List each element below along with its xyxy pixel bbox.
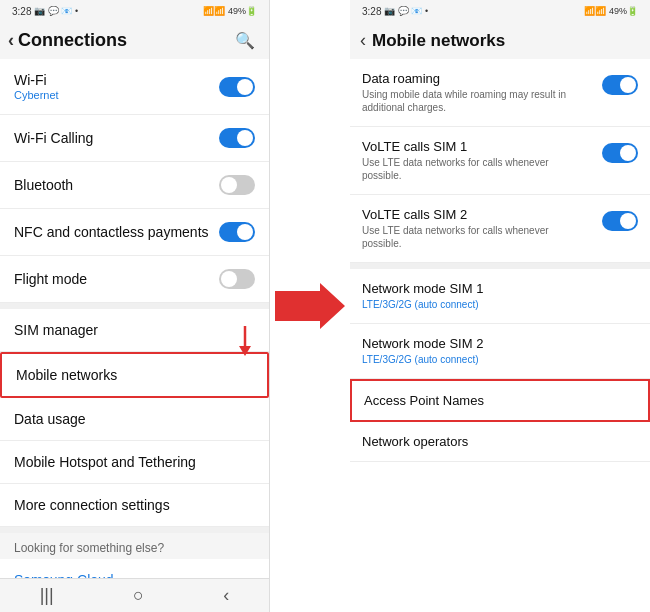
wifi-toggle[interactable] <box>219 77 255 97</box>
right-status-time: 3:28 📷 💬 📧 • <box>362 6 428 17</box>
right-menu-item-access-point-names[interactable]: Access Point Names <box>350 379 650 422</box>
right-back-icon[interactable]: ‹ <box>360 30 366 51</box>
network-mode-sim2-sublabel: LTE/3G/2G (auto connect) <box>362 353 582 366</box>
right-panel: 3:28 📷 💬 📧 • 📶📶 49%🔋 ‹ Mobile networks D… <box>350 0 650 612</box>
volte-sim1-toggle[interactable] <box>602 143 638 163</box>
access-point-names-label: Access Point Names <box>364 393 636 408</box>
right-menu-item-network-operators[interactable]: Network operators <box>350 422 650 462</box>
right-status-bar: 3:28 📷 💬 📧 • 📶📶 49%🔋 <box>350 0 650 22</box>
right-menu-item-network-mode-sim2[interactable]: Network mode SIM 2 LTE/3G/2G (auto conne… <box>350 324 650 379</box>
data-usage-label: Data usage <box>14 411 86 427</box>
menu-item-data-usage[interactable]: Data usage <box>0 398 269 441</box>
left-status-time: 3:28 📷 💬 📧 • <box>12 6 78 17</box>
left-notif-icons: 📷 💬 📧 • <box>34 6 78 16</box>
wifi-calling-label: Wi-Fi Calling <box>14 130 93 146</box>
left-status-bar: 3:28 📷 💬 📧 • 📶📶 49%🔋 <box>0 0 269 22</box>
right-notif-icons: 📷 💬 📧 • <box>384 6 428 16</box>
nav-back[interactable]: ‹ <box>223 585 229 606</box>
flight-mode-toggle[interactable] <box>219 269 255 289</box>
menu-item-sim-manager[interactable]: SIM manager <box>0 309 269 352</box>
right-signal-icons: 📶📶 49%🔋 <box>584 6 638 16</box>
mobile-networks-title: Mobile networks <box>372 31 505 51</box>
network-mode-sim1-sublabel: LTE/3G/2G (auto connect) <box>362 298 582 311</box>
menu-item-hotspot[interactable]: Mobile Hotspot and Tethering <box>0 441 269 484</box>
nav-recents[interactable]: ||| <box>40 585 54 606</box>
left-down-arrow <box>231 324 259 358</box>
looking-for-section: Looking for something else? <box>0 533 269 559</box>
connections-menu: Wi-Fi Cybernet Wi-Fi Calling Bluetooth N… <box>0 59 269 578</box>
menu-item-samsung-cloud[interactable]: Samsung Cloud <box>0 559 269 578</box>
right-menu-item-volte-sim1[interactable]: VoLTE calls SIM 1 Use LTE data networks … <box>350 127 650 195</box>
bluetooth-toggle[interactable] <box>219 175 255 195</box>
left-header: ‹ Connections 🔍 <box>0 22 269 59</box>
volte-sim1-label: VoLTE calls SIM 1 <box>362 139 582 154</box>
connections-header: ‹ Connections <box>8 30 127 51</box>
data-roaming-label: Data roaming <box>362 71 582 86</box>
center-arrow-container <box>270 0 350 612</box>
right-menu-item-volte-sim2[interactable]: VoLTE calls SIM 2 Use LTE data networks … <box>350 195 650 263</box>
time-label: 3:28 <box>12 6 31 17</box>
bluetooth-label: Bluetooth <box>14 177 73 193</box>
back-icon[interactable]: ‹ <box>8 30 14 51</box>
left-signal-icons: 📶📶 49%🔋 <box>203 6 257 16</box>
nfc-label: NFC and contactless payments <box>14 224 209 240</box>
nav-home[interactable]: ○ <box>133 585 144 606</box>
menu-item-nfc[interactable]: NFC and contactless payments <box>0 209 269 256</box>
hotspot-label: Mobile Hotspot and Tethering <box>14 454 196 470</box>
volte-sim2-label: VoLTE calls SIM 2 <box>362 207 582 222</box>
data-roaming-toggle[interactable] <box>602 75 638 95</box>
svg-marker-1 <box>239 346 251 356</box>
wifi-sublabel: Cybernet <box>14 89 59 101</box>
menu-item-bluetooth[interactable]: Bluetooth <box>0 162 269 209</box>
mobile-networks-label: Mobile networks <box>16 367 117 383</box>
network-operators-label: Network operators <box>362 434 638 449</box>
menu-item-wifi[interactable]: Wi-Fi Cybernet <box>0 59 269 115</box>
menu-item-wifi-calling[interactable]: Wi-Fi Calling <box>0 115 269 162</box>
data-roaming-sublabel: Using mobile data while roaming may resu… <box>362 88 582 114</box>
network-mode-sim1-label: Network mode SIM 1 <box>362 281 638 296</box>
section-label: Looking for something else? <box>14 541 164 555</box>
mobile-networks-menu: Data roaming Using mobile data while roa… <box>350 59 650 612</box>
sim-manager-label: SIM manager <box>14 322 98 338</box>
wifi-label: Wi-Fi <box>14 72 59 88</box>
menu-item-flight-mode[interactable]: Flight mode <box>0 256 269 303</box>
right-menu-item-data-roaming[interactable]: Data roaming Using mobile data while roa… <box>350 59 650 127</box>
menu-item-more-connections[interactable]: More connection settings <box>0 484 269 527</box>
more-connections-label: More connection settings <box>14 497 170 513</box>
right-header: ‹ Mobile networks <box>350 22 650 59</box>
volte-sim2-sublabel: Use LTE data networks for calls whenever… <box>362 224 582 250</box>
left-panel: 3:28 📷 💬 📧 • 📶📶 49%🔋 ‹ Connections 🔍 Wi-… <box>0 0 270 612</box>
search-icon[interactable]: 🔍 <box>235 31 255 50</box>
network-mode-sim2-label: Network mode SIM 2 <box>362 336 638 351</box>
volte-sim1-sublabel: Use LTE data networks for calls whenever… <box>362 156 582 182</box>
volte-sim2-toggle[interactable] <box>602 211 638 231</box>
connections-title: Connections <box>18 30 127 51</box>
right-pointing-arrow <box>275 281 345 331</box>
svg-marker-2 <box>275 283 345 329</box>
right-menu-item-network-mode-sim1[interactable]: Network mode SIM 1 LTE/3G/2G (auto conne… <box>350 269 650 324</box>
flight-mode-label: Flight mode <box>14 271 87 287</box>
nfc-toggle[interactable] <box>219 222 255 242</box>
left-bottom-nav: ||| ○ ‹ <box>0 578 269 612</box>
menu-item-mobile-networks[interactable]: Mobile networks <box>0 352 269 398</box>
right-time-label: 3:28 <box>362 6 381 17</box>
wifi-calling-toggle[interactable] <box>219 128 255 148</box>
